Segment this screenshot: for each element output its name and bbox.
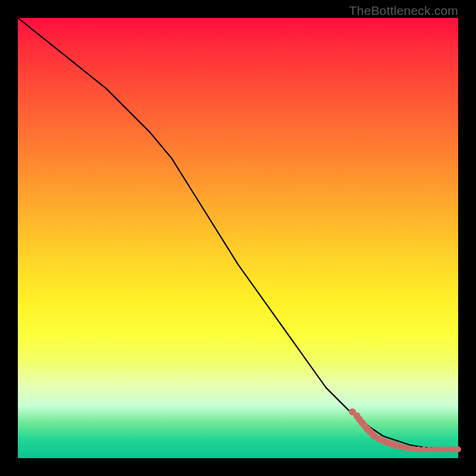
data-point	[455, 446, 461, 452]
data-point	[431, 446, 437, 452]
plot-area	[18, 18, 458, 458]
plot-svg	[18, 18, 458, 458]
chart-frame: TheBottleneck.com	[0, 0, 476, 476]
data-point	[421, 446, 427, 452]
data-point	[437, 446, 443, 452]
data-point	[442, 446, 448, 452]
data-point	[415, 446, 421, 452]
data-point	[426, 446, 432, 452]
scatter-group	[349, 408, 461, 452]
watermark: TheBottleneck.com	[349, 4, 458, 18]
data-point	[411, 446, 416, 452]
bottleneck-curve	[18, 18, 458, 449]
